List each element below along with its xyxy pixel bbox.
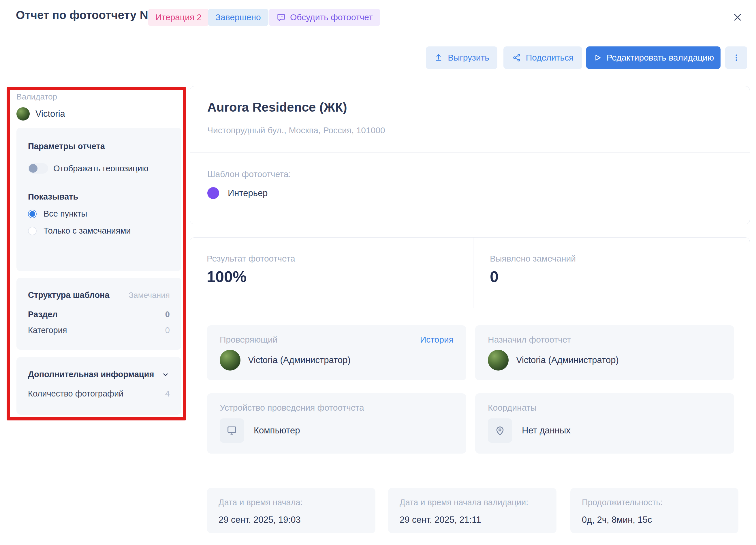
radio-label: Только с замечаниями	[44, 226, 131, 236]
validator-avatar	[16, 107, 30, 121]
radio-selected-icon[interactable]	[28, 210, 37, 218]
page-title: Отчет по фотоотчету № 4	[16, 9, 162, 22]
section-divider-top	[190, 308, 750, 308]
remarks-column-label: Замечания	[129, 291, 170, 300]
validator-row: Victoria	[16, 107, 65, 121]
structure-title: Структура шаблона	[28, 290, 110, 300]
property-title: Aurora Residence (ЖК)	[207, 100, 347, 114]
coordinates-value: Нет данных	[522, 425, 571, 436]
header-divider	[16, 37, 740, 37]
radio-option-all-items[interactable]: Все пункты	[28, 209, 170, 219]
chat-icon	[276, 12, 286, 22]
params-divider	[28, 188, 170, 188]
discuss-report-label: Обсудить фотоотчет	[290, 12, 373, 22]
property-address: Чистопрудный бул., Москва, Россия, 10100…	[207, 125, 385, 135]
reviewer-card: Проверяющий История Victoria (Администра…	[207, 325, 466, 380]
template-label: Шаблон фотоотчета:	[207, 169, 291, 179]
radio-option-only-remarks[interactable]: Только с замечаниями	[28, 226, 170, 236]
stats-divider	[473, 238, 473, 308]
structure-row-section: Раздел 0	[28, 310, 170, 319]
additional-info-title: Дополнительная информация	[28, 370, 154, 379]
start-date-card: Дата и время начала: 29 сент. 2025, 19:0…	[207, 488, 375, 533]
template-color-dot-icon	[207, 187, 219, 199]
play-icon	[593, 53, 602, 62]
coordinates-label: Координаты	[488, 403, 537, 413]
section-divider-bottom	[190, 470, 750, 470]
monitor-icon	[220, 418, 244, 443]
report-params-title: Параметры отчета	[28, 142, 170, 151]
edit-validation-button[interactable]: Редактировать валидацию	[586, 46, 721, 69]
device-label: Устройство проведения фотоотчета	[220, 403, 364, 413]
assigner-label: Назначил фотоотчет	[488, 335, 571, 345]
history-link[interactable]: История	[420, 335, 454, 345]
assigner-name: Victoria (Администратор)	[516, 355, 619, 365]
additional-info-header[interactable]: Дополнительная информация	[28, 370, 170, 379]
kebab-icon	[731, 53, 741, 63]
close-icon	[732, 12, 743, 23]
export-button[interactable]: Выгрузить	[426, 46, 497, 69]
validator-label: Валидатор	[16, 92, 57, 102]
template-structure-card: Структура шаблона Замечания Раздел 0 Кат…	[16, 278, 181, 350]
template-name: Интерьер	[228, 188, 268, 198]
reviewer-label: Проверяющий	[220, 335, 278, 345]
chevron-down-icon[interactable]	[161, 370, 170, 379]
device-card: Устройство проведения фотоотчета Компьют…	[207, 393, 466, 454]
report-params-card: Параметры отчета Отображать геопозицию П…	[16, 128, 181, 271]
radio-label: Все пункты	[44, 209, 87, 219]
duration-card: Продолжительность: 0д, 2ч, 8мин, 15с	[570, 488, 738, 533]
report-details-card: Результат фотоотчета 100% Выявлено замеч…	[190, 237, 750, 545]
structure-row-category: Категория 0	[28, 326, 170, 335]
geo-toggle[interactable]	[28, 163, 48, 174]
assigner-avatar	[488, 350, 509, 371]
more-actions-button[interactable]	[725, 46, 747, 69]
device-value: Компьютер	[254, 425, 300, 436]
photo-count-row: Количество фотографий 4	[28, 389, 170, 399]
assigner-card: Назначил фотоотчет Victoria (Администрат…	[475, 325, 734, 380]
reviewer-name: Victoria (Администратор)	[248, 355, 351, 365]
close-button[interactable]	[731, 10, 744, 24]
radio-unselected-icon[interactable]	[28, 227, 37, 235]
edit-validation-label: Редактировать валидацию	[607, 53, 714, 63]
share-button[interactable]: Поделиться	[503, 46, 582, 69]
share-icon	[512, 53, 521, 62]
show-section-title: Показывать	[28, 192, 170, 202]
coordinates-card: Координаты Нет данных	[475, 393, 734, 454]
validation-start-date-card: Дата и время начала валидации: 29 сент. …	[388, 488, 556, 533]
share-label: Поделиться	[526, 53, 574, 63]
geo-toggle-label: Отображать геопозицию	[53, 164, 148, 173]
validator-name: Victoria	[35, 109, 65, 119]
upload-icon	[434, 53, 443, 62]
photo-report-page: Отчет по фотоотчету № 4 Итерация 2 Завер…	[0, 0, 756, 545]
geo-toggle-knob	[29, 164, 37, 173]
property-divider	[190, 152, 750, 153]
iteration-badge: Итерация 2	[148, 9, 209, 26]
geo-toggle-row[interactable]: Отображать геопозицию	[28, 163, 170, 174]
additional-info-card: Дополнительная информация Количество фот…	[16, 357, 181, 415]
property-card: Aurora Residence (ЖК) Чистопрудный бул.,…	[190, 86, 750, 224]
discuss-report-button[interactable]: Обсудить фотоотчет	[269, 9, 380, 26]
status-badge: Завершено	[208, 9, 268, 26]
reviewer-avatar	[220, 350, 240, 371]
export-label: Выгрузить	[448, 53, 489, 63]
template-row: Интерьер	[207, 187, 268, 199]
map-pin-icon	[488, 418, 512, 443]
